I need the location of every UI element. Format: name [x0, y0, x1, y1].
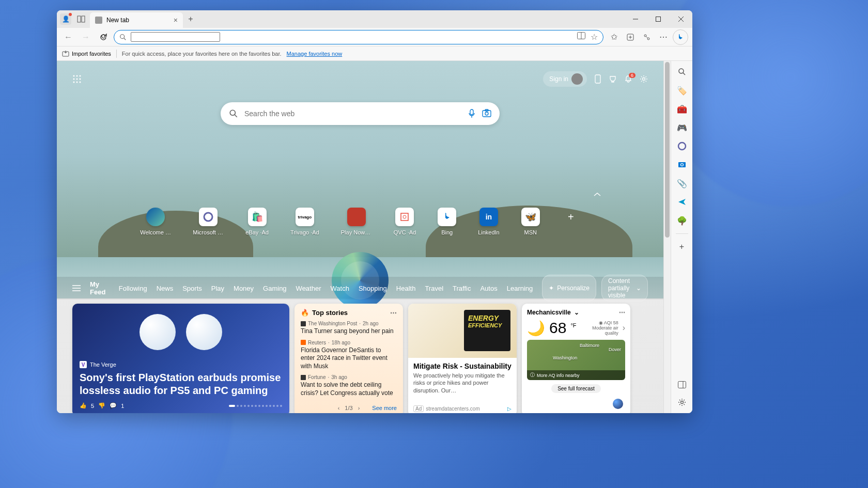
- hero-story-card[interactable]: V The Verge Sony's first PlayStation ear…: [72, 304, 289, 413]
- quicklink-m365[interactable]: Microsoft 365: [193, 208, 224, 235]
- manage-favorites-link[interactable]: Manage favorites now: [287, 51, 343, 57]
- feed-tab-gaming[interactable]: Gaming: [263, 285, 287, 292]
- see-more-link[interactable]: See more: [372, 405, 397, 411]
- tab-new-tab[interactable]: New tab ×: [90, 12, 183, 28]
- card-menu-icon[interactable]: ⋯: [390, 309, 397, 317]
- adchoices-icon[interactable]: ▷: [507, 406, 512, 412]
- feed-tab-traffic[interactable]: Traffic: [453, 285, 471, 292]
- feed-tab-news[interactable]: News: [157, 285, 174, 292]
- chevron-down-icon[interactable]: ⌄: [574, 309, 579, 316]
- signin-button[interactable]: Sign in: [543, 71, 587, 87]
- sidebar-add-icon[interactable]: +: [676, 241, 688, 253]
- comment-icon[interactable]: 💬: [110, 402, 117, 409]
- voice-search-icon[interactable]: [468, 109, 476, 118]
- card-menu-icon[interactable]: ⋯: [619, 309, 625, 316]
- menu-icon[interactable]: ⋯: [656, 30, 671, 44]
- story-item[interactable]: Reuters · 18h ago Florida Governor DeSan…: [301, 340, 397, 371]
- globe-icon[interactable]: [613, 399, 623, 409]
- notifications-icon[interactable]: 6: [624, 75, 632, 83]
- close-window-button[interactable]: [670, 10, 692, 28]
- sidebar-settings-icon[interactable]: [676, 397, 688, 408]
- sidebar-shopping-icon[interactable]: 🏷️: [676, 85, 688, 96]
- story-item[interactable]: The Washington Post · 2h ago Tina Turner…: [301, 321, 397, 336]
- weather-card[interactable]: Mechanicsville ⌄ ⋯ 🌙 68 °F ◉ AQI 58 Mode…: [522, 304, 630, 413]
- hero-pager[interactable]: [229, 405, 282, 407]
- sidebar-toggle-icon[interactable]: [676, 379, 688, 390]
- web-search-box[interactable]: [221, 102, 500, 125]
- collections-icon[interactable]: [623, 30, 638, 44]
- content-visibility-dropdown[interactable]: Content partially visible ⌄: [601, 275, 648, 302]
- quicklink-trivago[interactable]: trivagoTrivago ·Ad: [290, 208, 319, 235]
- like-icon[interactable]: 👍: [80, 402, 87, 409]
- rewards-icon[interactable]: [609, 75, 617, 83]
- add-quicklink-button[interactable]: +: [562, 208, 580, 226]
- weather-map[interactable]: Baltimore Dover Washington ⓘMore AQ info…: [527, 340, 625, 380]
- sidebar-tools-icon[interactable]: 🧰: [676, 103, 688, 115]
- mobile-icon[interactable]: [594, 74, 601, 84]
- sidebar-games-icon[interactable]: 🎮: [676, 122, 688, 133]
- address-input[interactable]: [131, 32, 220, 42]
- quicklink-bing[interactable]: Bing: [438, 208, 456, 235]
- sidebar-drop-icon[interactable]: 📎: [676, 178, 688, 189]
- quicklink-playnow[interactable]: Play Now ·Ad: [341, 208, 372, 235]
- favorites-icon[interactable]: ✩: [607, 30, 621, 44]
- favorite-star-icon[interactable]: ☆: [591, 32, 598, 42]
- address-bar[interactable]: ☆: [114, 30, 603, 44]
- import-favorites-button[interactable]: Import favorites: [62, 50, 111, 57]
- feed-tab-myfeed[interactable]: My Feed: [90, 280, 110, 296]
- extensions-icon[interactable]: [640, 30, 654, 44]
- sidebar-search-icon[interactable]: [676, 66, 688, 77]
- feed-tab-watch[interactable]: Watch: [331, 285, 349, 292]
- feed-tab-sports[interactable]: Sports: [182, 285, 202, 292]
- new-tab-button[interactable]: +: [183, 10, 198, 28]
- hero-source: V The Verge: [80, 361, 282, 368]
- personalize-button[interactable]: ✦ Personalize: [542, 275, 596, 302]
- scrollbar[interactable]: [663, 61, 671, 413]
- see-forecast-button[interactable]: See full forecast: [551, 384, 601, 393]
- image-search-icon[interactable]: [482, 109, 491, 118]
- settings-gear-icon[interactable]: [640, 75, 648, 83]
- collapse-chevron-icon[interactable]: [593, 192, 601, 197]
- feed-tab-following[interactable]: Following: [119, 285, 147, 292]
- refresh-button[interactable]: [96, 30, 111, 44]
- sidebar-office-icon[interactable]: [676, 140, 688, 152]
- feed-tab-learning[interactable]: Learning: [507, 285, 533, 292]
- profile-icon[interactable]: 👤: [60, 13, 71, 25]
- feed-tab-autos[interactable]: Autos: [480, 285, 497, 292]
- prev-icon[interactable]: ‹: [338, 405, 340, 411]
- quicklink-qvc[interactable]: QVC ·Ad: [394, 208, 416, 235]
- titlebar: 👤 New tab × +: [57, 10, 692, 28]
- scrollbar-thumb[interactable]: [665, 62, 670, 238]
- sidebar-tree-icon[interactable]: 🌳: [676, 215, 688, 226]
- ad-card[interactable]: Mitigate Risk - Sustainability We proact…: [408, 304, 517, 413]
- feed-tab-money[interactable]: Money: [234, 285, 254, 292]
- feed-menu-icon[interactable]: [72, 285, 81, 291]
- dislike-icon[interactable]: 👎: [98, 402, 105, 409]
- tab-close-icon[interactable]: ×: [174, 16, 178, 24]
- svg-line-7: [124, 38, 126, 40]
- feed-tab-weather[interactable]: Weather: [296, 285, 321, 292]
- story-item[interactable]: Fortune · 3h ago Want to solve the debt …: [301, 374, 397, 397]
- maximize-button[interactable]: [647, 10, 670, 28]
- sidebar-send-icon[interactable]: [676, 196, 688, 208]
- feed-tab-travel[interactable]: Travel: [425, 285, 443, 292]
- workspaces-icon[interactable]: [75, 13, 87, 25]
- feed-tab-shopping[interactable]: Shopping: [359, 285, 387, 292]
- reading-view-icon[interactable]: [577, 32, 585, 42]
- web-search-input[interactable]: [244, 109, 461, 118]
- apps-launcher-icon[interactable]: [72, 74, 82, 84]
- minimize-button[interactable]: [624, 10, 647, 28]
- svg-rect-0: [78, 16, 81, 22]
- quicklink-msn[interactable]: 🦋MSN: [521, 208, 540, 235]
- feed-tab-play[interactable]: Play: [211, 285, 224, 292]
- quicklink-linkedin[interactable]: inLinkedIn: [478, 208, 500, 235]
- quicklink-welcome[interactable]: Welcome to …: [140, 208, 171, 235]
- quicklink-ebay[interactable]: 🛍️eBay ·Ad: [245, 208, 269, 235]
- sidebar-outlook-icon[interactable]: O: [676, 159, 688, 170]
- back-button[interactable]: ←: [61, 30, 75, 44]
- bing-button[interactable]: [673, 29, 688, 45]
- chevron-right-icon[interactable]: ›: [623, 323, 625, 333]
- feed-tab-health[interactable]: Health: [396, 285, 416, 292]
- next-icon[interactable]: ›: [358, 405, 360, 411]
- forward-button[interactable]: →: [79, 30, 93, 44]
